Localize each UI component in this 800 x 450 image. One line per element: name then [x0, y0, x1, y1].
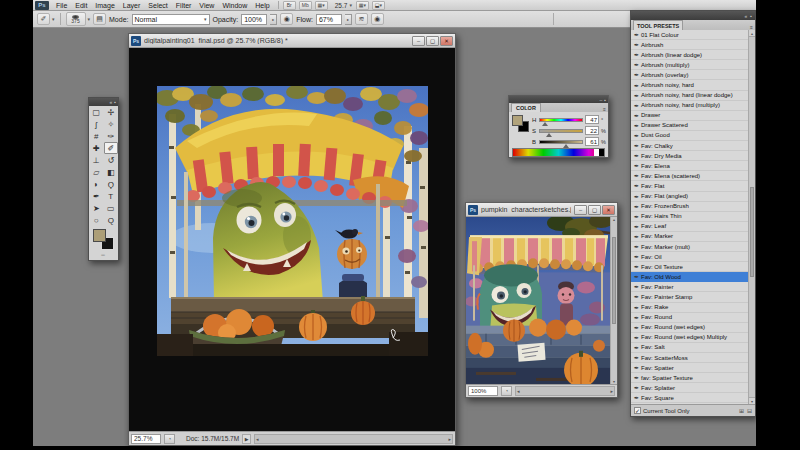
tool-preset-row[interactable]: ✒ fav: Spatter Texture: [631, 373, 748, 383]
new-preset-icon[interactable]: ⊞: [739, 407, 744, 414]
tool-preset-row[interactable]: ✒ Airbrush (linear dodge): [631, 50, 748, 60]
tool-preset-row[interactable]: ✒ Fav: Oil Texture: [631, 262, 748, 272]
doc1-canvas-area[interactable]: [129, 48, 455, 431]
tool-preset-row[interactable]: ✒ Fav: ScatterMoss: [631, 353, 748, 363]
tool-preset-row[interactable]: ✒ Airbrush noisy, hard (multiply): [631, 101, 748, 111]
minimize-button[interactable]: –: [412, 36, 425, 46]
bridge-icon[interactable]: Br: [283, 1, 296, 10]
tool-preset-row[interactable]: ✒ Drawer: [631, 111, 748, 121]
flow-field[interactable]: 67%: [316, 14, 342, 25]
path-selection-tool[interactable]: ➤: [89, 202, 104, 214]
minimize-panel-icon[interactable]: –: [599, 98, 602, 102]
minimize-button[interactable]: –: [574, 205, 587, 215]
menu-item[interactable]: File: [52, 2, 71, 9]
pen-tool[interactable]: ✒: [89, 190, 104, 202]
scroll-up-icon[interactable]: ▴: [613, 217, 615, 222]
scroll-left-icon[interactable]: ◂: [517, 388, 520, 394]
toolbox-grip[interactable]: ═: [89, 252, 118, 258]
tool-preset-row[interactable]: ✒ Fav: Hairs Thin: [631, 212, 748, 222]
clone-stamp-tool[interactable]: ⊥: [89, 154, 104, 166]
tool-preset-row[interactable]: ✒ Fav: Old Wood: [631, 272, 748, 282]
smudge-tool[interactable]: ◗: [89, 178, 104, 190]
menu-item[interactable]: View: [195, 2, 218, 9]
menu-item[interactable]: Edit: [71, 2, 91, 9]
zoom-tool[interactable]: Q: [104, 214, 119, 226]
panel-dock-header[interactable]: « ▪: [631, 11, 755, 20]
status-options-icon[interactable]: ◔: [164, 434, 175, 444]
eyedropper-tool[interactable]: ✑: [104, 130, 119, 142]
toggle-brush-panel-icon[interactable]: ▤: [93, 13, 106, 25]
mini-bridge-icon[interactable]: Mb: [299, 1, 312, 10]
color-spectrum-ramp[interactable]: [512, 148, 605, 157]
slider-value-field[interactable]: 47: [585, 115, 599, 124]
brush-tool-icon[interactable]: ✐: [37, 13, 50, 25]
zoom-level-dropdown[interactable]: 25.7 ▾: [335, 2, 352, 9]
tool-preset-row[interactable]: ✒ Fav: FrozenBrush: [631, 202, 748, 212]
pressure-opacity-icon[interactable]: ◉: [280, 13, 293, 25]
tool-preset-row[interactable]: ✒ Dust Good: [631, 131, 748, 141]
doc2-zoom-field[interactable]: 100%: [468, 386, 498, 396]
tool-preset-row[interactable]: ✒ Fav: Flat (angled): [631, 192, 748, 202]
tool-preset-row[interactable]: ✒ Fav: Painter: [631, 282, 748, 292]
menu-item[interactable]: Window: [218, 2, 251, 9]
slider-value-field[interactable]: 22: [585, 126, 599, 135]
foreground-color-swatch[interactable]: [512, 115, 523, 126]
tool-preset-row[interactable]: ✒ Fav: Round (wet edges) Multiply: [631, 333, 748, 343]
dodge-tool[interactable]: Ϙ: [104, 178, 119, 190]
opacity-dropdown-icon[interactable]: ▸: [270, 14, 277, 25]
doc1-title-bar[interactable]: Ps digitalpainting01_final.psd @ 25.7% (…: [129, 34, 455, 48]
move-tool[interactable]: ✢: [104, 106, 119, 118]
tool-preset-row[interactable]: ✒ Fav: Round: [631, 313, 748, 323]
shape-tool[interactable]: ▭: [104, 202, 119, 214]
mode-select[interactable]: Normal▾: [132, 14, 210, 25]
tool-preset-row[interactable]: ✒ Airbrush: [631, 40, 748, 50]
tool-preset-row[interactable]: ✒ Fav: Leaf: [631, 222, 748, 232]
maximize-button[interactable]: ▢: [588, 205, 601, 215]
doc2-vertical-scrollbar[interactable]: ▴ ▾: [610, 217, 617, 384]
slider-marker-icon[interactable]: [563, 144, 569, 148]
tool-preset-row[interactable]: ✒ Fav: Marker (mult): [631, 242, 748, 252]
tool-preset-row[interactable]: ✒ Fav: Marker: [631, 232, 748, 242]
opacity-field[interactable]: 100%: [241, 14, 267, 25]
collapse-to-icons-icon[interactable]: «: [744, 13, 747, 19]
close-button[interactable]: ✕: [440, 36, 453, 46]
crop-tool[interactable]: #: [89, 130, 104, 142]
restore-button[interactable]: ▢: [426, 36, 439, 46]
slider-track[interactable]: [539, 118, 583, 122]
arrange-documents-icon[interactable]: ▦▾: [356, 1, 369, 10]
menu-item[interactable]: Select: [144, 2, 171, 9]
scroll-up-icon[interactable]: ▴: [749, 30, 755, 37]
scroll-right-icon[interactable]: ▸: [448, 436, 451, 442]
tool-preset-row[interactable]: ✒ Fav: Round (wet edges): [631, 323, 748, 333]
flow-dropdown-icon[interactable]: ▸: [345, 14, 352, 25]
tool-presets-scrollbar[interactable]: ▴ ▾: [748, 30, 755, 404]
rotate-view-tool[interactable]: ○: [89, 214, 104, 226]
screen-mode-icon[interactable]: ⬓▾: [372, 1, 385, 10]
tab-color[interactable]: COLOR: [511, 103, 541, 112]
pressure-size-icon[interactable]: ◉: [371, 13, 384, 25]
tool-preset-row[interactable]: ✒ Fav: Oil: [631, 252, 748, 262]
healing-brush-tool[interactable]: ✚: [89, 142, 104, 154]
color-panel-header[interactable]: – ▪: [509, 96, 608, 103]
rectangular-marquee-tool[interactable]: ▢: [89, 106, 104, 118]
slider-marker-icon[interactable]: [542, 122, 548, 126]
view-extras-icon[interactable]: ▦▾: [315, 1, 328, 10]
tool-preset-row[interactable]: ✒ Drawer Scattered: [631, 121, 748, 131]
tool-preset-row[interactable]: ✒ 01 Flat Colour: [631, 30, 748, 40]
status-options-icon[interactable]: ◔: [501, 386, 512, 396]
scroll-right-icon[interactable]: ▸: [610, 388, 613, 394]
doc2-canvas-area[interactable]: [466, 217, 610, 384]
slider-track[interactable]: [539, 140, 583, 144]
type-tool[interactable]: T: [104, 190, 119, 202]
brush-preset-picker[interactable]: 375 ▾: [66, 12, 91, 26]
quick-selection-tool[interactable]: ✧: [104, 118, 119, 130]
tool-preset-row[interactable]: ✒ Fav: Elena (scattered): [631, 171, 748, 181]
tool-preset-row[interactable]: ✒ Fav: Elena: [631, 161, 748, 171]
tool-preset-row[interactable]: ✒ Fav: Salt: [631, 343, 748, 353]
slider-track[interactable]: [539, 129, 583, 133]
airbrush-icon[interactable]: ≋: [355, 13, 368, 25]
tab-tool-presets[interactable]: TOOL PRESETS: [633, 20, 683, 30]
close-button[interactable]: ✕: [602, 205, 615, 215]
doc1-horizontal-scrollbar[interactable]: ◂ ▸: [254, 434, 453, 444]
doc1-zoom-field[interactable]: 25.7%: [131, 434, 161, 444]
